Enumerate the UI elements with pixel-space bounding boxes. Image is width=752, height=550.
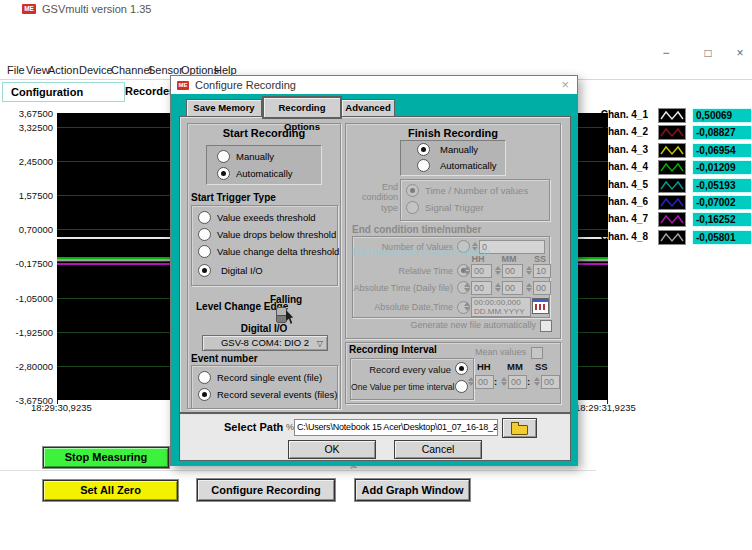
end-type-time-radio[interactable] xyxy=(406,184,419,197)
number-of-values-radio[interactable] xyxy=(457,240,470,253)
menu-item-file[interactable]: File xyxy=(7,64,25,76)
waveform-icon[interactable] xyxy=(658,195,686,210)
ok-button[interactable]: OK xyxy=(288,440,376,459)
absolute-datetime-field[interactable]: 00:00:00,000DD.MM.YYYY xyxy=(471,297,531,317)
browse-button[interactable] xyxy=(502,418,537,438)
dialog-tab-advanced[interactable]: Advanced xyxy=(341,99,395,117)
maximize-button[interactable]: □ xyxy=(694,44,722,62)
trigger-exceeds-radio[interactable] xyxy=(198,211,211,224)
channel-value[interactable]: -0,01209 xyxy=(692,160,752,175)
start-manually-radio[interactable] xyxy=(217,150,230,163)
end-type-signal-radio[interactable] xyxy=(406,201,419,214)
close-button[interactable]: × xyxy=(726,44,752,62)
relative-hh-field[interactable]: 00 xyxy=(471,264,492,278)
number-of-values-field[interactable]: 0 xyxy=(479,240,545,254)
trigger-option-exceeds[interactable]: Value exeeds threshold xyxy=(198,211,316,224)
minimize-button[interactable]: − xyxy=(652,44,680,62)
menu-item-view[interactable]: View xyxy=(26,64,50,76)
interval-mm-spinner[interactable] xyxy=(500,375,507,388)
calendar-icon[interactable] xyxy=(532,298,549,314)
end-type-time-option[interactable]: Time / Number of values xyxy=(406,184,528,197)
set-all-zero-button[interactable]: Set All Zero xyxy=(43,480,178,501)
event-several-option[interactable]: Record several events (files) xyxy=(198,388,337,401)
trigger-option-drops[interactable]: Value drops below threshold xyxy=(198,228,336,241)
waveform-icon[interactable] xyxy=(658,125,686,140)
chevron-down-icon: ▽ xyxy=(317,337,323,351)
end-type-signal-label: Signal Trigger xyxy=(425,202,484,213)
dialog-tab-recording-options[interactable]: Recording Options xyxy=(262,96,342,119)
add-graph-window-button[interactable]: Add Graph Window xyxy=(355,479,470,501)
y-axis-tick-label: 1,57500 xyxy=(0,190,53,201)
absolute-mm-field[interactable]: 00 xyxy=(502,281,523,295)
absolute-ss-field[interactable]: 00 xyxy=(533,281,551,295)
channel-value[interactable]: -0,07002 xyxy=(692,195,752,210)
waveform-icon[interactable] xyxy=(658,160,686,175)
relative-ss-spinner[interactable] xyxy=(525,264,532,277)
interval-mm-field[interactable]: 00 xyxy=(508,375,527,389)
event-single-option[interactable]: Record single event (file) xyxy=(198,371,322,384)
absolute-datetime-row: Absolute Date,Time 00:00:00,000DD.MM.YYY… xyxy=(353,297,549,316)
dialog-close-icon[interactable]: × xyxy=(561,77,569,93)
tab-configuration[interactable]: Configuration xyxy=(2,82,125,102)
event-several-radio[interactable] xyxy=(198,388,211,401)
waveform-icon[interactable] xyxy=(658,230,686,245)
interval-ss-field[interactable]: 00 xyxy=(541,375,560,389)
stop-measuring-button[interactable]: Stop Measuring xyxy=(43,447,169,468)
finish-manually-radio[interactable] xyxy=(417,143,430,156)
ss-header: SS xyxy=(530,254,550,264)
select-path-input[interactable]: C:\Users\Notebook 15 Acer\Desktop\01_07_… xyxy=(294,419,498,436)
interval-hh-field[interactable]: 00 xyxy=(475,375,494,389)
trigger-digital-io-radio[interactable] xyxy=(198,264,211,277)
event-single-radio[interactable] xyxy=(198,371,211,384)
trigger-option-delta[interactable]: Value change delta threshold xyxy=(198,245,339,258)
cancel-button[interactable]: Cancel xyxy=(394,440,482,459)
absolute-hh-field[interactable]: 00 xyxy=(471,281,492,295)
start-manually-option[interactable]: Manually xyxy=(217,150,274,163)
waveform-icon[interactable] xyxy=(658,178,686,193)
finish-automatically-label: Automatically xyxy=(440,160,497,171)
y-axis-tick-label: 3,67500 xyxy=(0,108,53,119)
channel-row: Chan. 4_7-0,16252 xyxy=(600,212,752,227)
record-every-value-radio[interactable] xyxy=(455,362,468,375)
absolute-datetime-spinner[interactable] xyxy=(463,300,470,313)
menu-item-action[interactable]: Action xyxy=(48,64,79,76)
start-automatically-option[interactable]: Automatically xyxy=(217,167,293,180)
digital-io-dropdown[interactable]: GSV-8 COM4: DIO 2 ▽ xyxy=(202,335,328,351)
channel-value[interactable]: -0,06954 xyxy=(692,143,752,158)
interval-hh-spinner[interactable] xyxy=(467,375,474,388)
channel-value[interactable]: 0,50069 xyxy=(692,108,752,123)
generate-new-file-checkbox[interactable] xyxy=(540,320,552,332)
channel-value[interactable]: -0,05801 xyxy=(692,230,752,245)
finish-automatically-radio[interactable] xyxy=(417,159,430,172)
relative-ss-field[interactable]: 10 xyxy=(533,264,551,278)
trigger-drops-radio[interactable] xyxy=(198,228,211,241)
finish-manually-label: Manually xyxy=(440,144,478,155)
relative-hh-spinner[interactable] xyxy=(463,264,470,277)
trigger-option-digital-io[interactable]: Digital I/O xyxy=(198,264,263,277)
waveform-icon[interactable] xyxy=(658,143,686,158)
interval-ss-spinner[interactable] xyxy=(533,375,540,388)
trigger-drops-label: Value drops below threshold xyxy=(217,229,336,240)
finish-automatically-option[interactable]: Automatically xyxy=(417,159,497,172)
start-automatically-radio[interactable] xyxy=(217,167,230,180)
finish-manually-option[interactable]: Manually xyxy=(417,143,478,156)
channel-value[interactable]: -0,16252 xyxy=(692,212,752,227)
dialog-tab-save-memory-data[interactable]: Save Memory Data xyxy=(186,99,262,117)
waveform-icon[interactable] xyxy=(658,108,686,123)
channel-value[interactable]: -0,05193 xyxy=(692,178,752,193)
absolute-hh-spinner[interactable] xyxy=(463,281,470,294)
trigger-delta-radio[interactable] xyxy=(198,245,211,258)
relative-mm-field[interactable]: 00 xyxy=(502,264,523,278)
channel-value[interactable]: -0,08827 xyxy=(692,125,752,140)
mean-values-checkbox[interactable] xyxy=(531,347,543,359)
menu-item-channel[interactable]: Channel xyxy=(111,64,152,76)
waveform-icon[interactable] xyxy=(658,212,686,227)
relative-mm-spinner[interactable] xyxy=(494,264,501,277)
absolute-mm-spinner[interactable] xyxy=(494,281,501,294)
absolute-ss-spinner[interactable] xyxy=(525,281,532,294)
level-change-edge-toggle[interactable] xyxy=(276,307,287,323)
configure-recording-button[interactable]: Configure Recording xyxy=(197,479,335,501)
menu-item-device[interactable]: Device xyxy=(79,64,113,76)
end-type-signal-option[interactable]: Signal Trigger xyxy=(406,201,484,214)
number-of-values-spinner[interactable] xyxy=(471,240,478,253)
